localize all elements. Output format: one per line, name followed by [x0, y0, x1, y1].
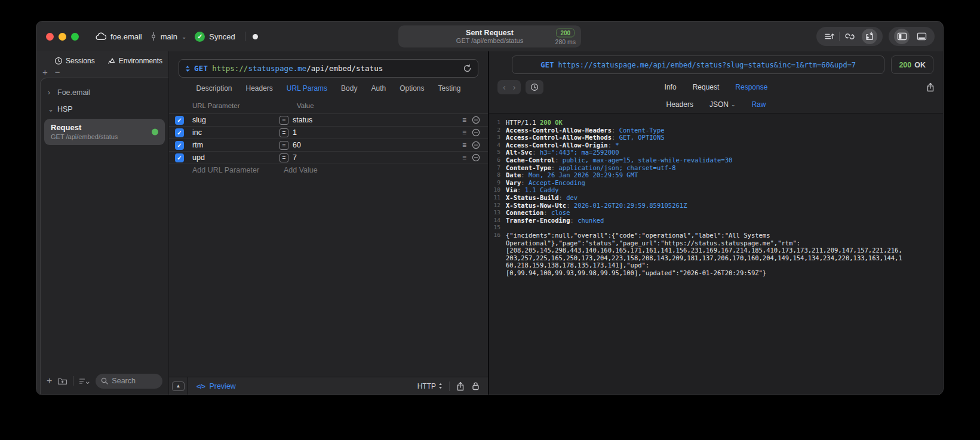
sync-branches-button[interactable] [840, 27, 859, 46]
param-name[interactable]: slug [192, 116, 279, 124]
params-table-header: URL Parameter Value [169, 99, 488, 113]
line-number: 9 [489, 179, 506, 187]
history-button[interactable] [526, 80, 543, 94]
subtab-headers[interactable]: Headers [666, 100, 693, 109]
tab-sessions-label: Sessions [66, 57, 95, 65]
add-param-row[interactable]: Add URL Parameter Add Value [169, 164, 488, 176]
request-list-button[interactable] [819, 27, 839, 46]
param-row-actions: ≡ [462, 141, 480, 149]
export-response-button[interactable] [926, 82, 935, 92]
remove-session-button[interactable]: − [55, 69, 60, 76]
remove-param-button[interactable] [472, 116, 480, 124]
protocol-selector[interactable]: HTTP [417, 382, 443, 390]
param-name[interactable]: upd [192, 153, 279, 162]
response-line: Operational"},"page":"status","page_url"… [489, 239, 938, 247]
param-value[interactable]: 60 [293, 141, 462, 149]
param-value[interactable]: status [293, 116, 462, 124]
response-line: 5Alt-Svc: h3=":443"; ma=2592000 [489, 149, 938, 156]
sync-status[interactable]: ✓ Synced [195, 32, 235, 42]
branch-switcher[interactable]: main ⌄ [150, 32, 187, 41]
subtab-json[interactable]: JSON⌄ [709, 100, 736, 109]
line-content: Alt-Svc: h3=":443"; ma=2592000 [506, 149, 619, 156]
lock-button[interactable] [472, 381, 488, 390]
drag-handle-icon[interactable]: ≡ [462, 153, 466, 162]
tab-url-params[interactable]: URL Params [287, 84, 327, 93]
remove-param-button[interactable] [472, 128, 480, 137]
tab-response[interactable]: Response [735, 83, 767, 91]
param-checkbox[interactable]: ✓ [175, 128, 184, 137]
tree-group-foe.email[interactable]: ›Foe.email [41, 84, 168, 101]
param-name[interactable]: inc [192, 128, 279, 137]
line-segment: [208,205,145,298,443,140,160,165,171,161… [506, 247, 902, 254]
remove-param-button[interactable] [472, 153, 480, 162]
response-url-row: GET https://statuspage.me/api/embed/stat… [489, 51, 943, 78]
request-method[interactable]: GET [194, 64, 208, 73]
params-rows: ✓slug=status≡✓inc=1≡✓rtm=60≡✓upd=7≡ [169, 113, 488, 164]
project-switcher[interactable]: foe.email [96, 32, 142, 41]
forward-button[interactable]: › [513, 82, 516, 92]
drag-handle-icon[interactable]: ≡ [462, 128, 466, 137]
add-value-placeholder[interactable]: Add Value [284, 166, 480, 174]
tab-info[interactable]: Info [665, 83, 677, 91]
request-url-bar[interactable]: GET https://statuspage.me/api/embed/stat… [179, 59, 478, 78]
preview-button[interactable]: </> Preview [188, 382, 244, 390]
line-segment: dev [566, 194, 577, 201]
minimize-window-button[interactable] [59, 33, 66, 41]
tab-options[interactable]: Options [400, 84, 424, 93]
request-item-title: Request [51, 123, 158, 132]
search-input[interactable]: Search [96, 374, 162, 389]
zoom-window-button[interactable] [71, 33, 79, 41]
close-window-button[interactable] [46, 33, 54, 41]
line-segment: : [532, 149, 540, 156]
sidebar-item-request[interactable]: RequestGET /api/embed/status [44, 119, 165, 145]
collapse-panel-button[interactable]: ▲ [172, 381, 185, 391]
remove-param-button[interactable] [472, 141, 480, 149]
add-url-parameter-placeholder[interactable]: Add URL Parameter [175, 166, 284, 174]
param-value[interactable]: 1 [293, 128, 462, 137]
send-request-button[interactable] [463, 64, 472, 73]
param-checkbox[interactable]: ✓ [175, 153, 184, 162]
tab-headers[interactable]: Headers [245, 84, 272, 93]
line-segment: : [517, 186, 525, 193]
toggle-sidebar-button[interactable] [894, 29, 910, 44]
sent-url-pill[interactable]: GET https://statuspage.me/api/embed/stat… [512, 56, 884, 74]
drag-handle-icon[interactable]: ≡ [462, 116, 466, 124]
response-line: 203,257,225,165,250,173,204,223,158,208,… [489, 254, 938, 262]
tree-group-hsp[interactable]: ⌄HSP [41, 101, 168, 118]
response-line: 2Access-Control-Allow-Headers: Content-T… [489, 127, 938, 134]
add-request-button[interactable]: + [47, 378, 52, 384]
request-tree: ›Foe.email⌄HSPRequestGET /api/embed/stat… [41, 84, 168, 371]
add-session-button[interactable]: + [42, 69, 48, 76]
share-button[interactable] [456, 381, 472, 391]
tab-body[interactable]: Body [341, 84, 357, 93]
param-checkbox[interactable]: ✓ [175, 141, 184, 150]
response-line: 7Content-Type: application/json; charset… [489, 164, 938, 172]
line-segment: Access-Control-Allow-Origin [506, 141, 608, 149]
new-folder-button[interactable] [57, 377, 67, 385]
subtab-raw[interactable]: Raw [751, 100, 766, 109]
line-content: Content-Type: application/json; charset=… [506, 164, 675, 172]
tab-sessions[interactable]: Sessions [54, 57, 95, 65]
line-segment: : [521, 179, 529, 186]
tab-description[interactable]: Description [196, 84, 232, 93]
tab-testing[interactable]: Testing [438, 84, 461, 93]
clock-icon [54, 57, 63, 65]
response-body[interactable]: 1HTTP/1.1 200 OK2Access-Control-Allow-He… [489, 113, 943, 395]
request-url[interactable]: https://statuspage.me/api/embed/status [212, 64, 383, 73]
import-export-button[interactable] [862, 29, 877, 44]
drag-handle-icon[interactable]: ≡ [462, 141, 466, 149]
toggle-bottom-panel-button[interactable] [912, 27, 932, 46]
tab-auth[interactable]: Auth [371, 84, 386, 93]
sort-filter-button[interactable] [79, 377, 90, 385]
back-button[interactable]: ‹ [503, 82, 506, 92]
param-checkbox[interactable]: ✓ [175, 116, 184, 125]
param-row-actions: ≡ [462, 116, 480, 124]
tab-request[interactable]: Request [693, 83, 720, 91]
line-content: Operational"},"page":"status","page_url"… [506, 239, 800, 247]
param-name[interactable]: rtm [192, 141, 279, 149]
tab-environments[interactable]: Environments [107, 57, 162, 65]
sent-request-summary[interactable]: Sent Request GET /api/embed/status 200 2… [398, 26, 581, 48]
line-number [489, 247, 506, 254]
method-stepper-icon[interactable] [185, 65, 190, 72]
param-value[interactable]: 7 [293, 153, 462, 162]
